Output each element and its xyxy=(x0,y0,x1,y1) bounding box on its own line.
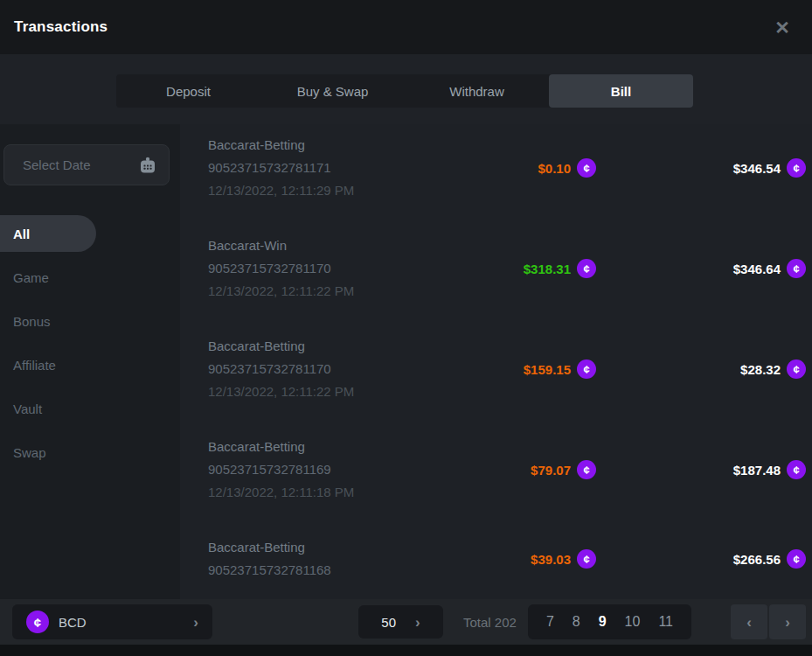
page-10[interactable]: 10 xyxy=(625,614,641,630)
page-11[interactable]: 11 xyxy=(658,614,673,630)
filter-game[interactable]: Game xyxy=(0,259,180,296)
filter-all[interactable]: All xyxy=(0,215,96,252)
filter-vault[interactable]: Vault xyxy=(0,390,180,427)
select-date-placeholder: Select Date xyxy=(23,157,91,172)
bcd-coin-icon: ¢ xyxy=(577,549,596,569)
table-row: Baccarat-Betting 90523715732781169 12/13… xyxy=(208,436,812,504)
filter-affiliate[interactable]: Affiliate xyxy=(0,346,180,383)
select-date-input[interactable]: Select Date xyxy=(3,144,170,185)
footer-bar: ¢ BCD › 50 › Total 202 7 8 9 10 11 ‹ › xyxy=(0,599,812,645)
tabs-section: Deposit Buy & Swap Withdraw Bill xyxy=(0,54,812,124)
tab-bar: Deposit Buy & Swap Withdraw Bill xyxy=(116,74,693,108)
chevron-right-icon: › xyxy=(785,615,790,630)
table-row: Baccarat-Betting 90523715732781168 $39.0… xyxy=(208,536,812,582)
tab-deposit[interactable]: Deposit xyxy=(116,74,260,108)
chevron-right-icon: › xyxy=(415,615,420,630)
table-row: Baccarat-Win 90523715732781170 12/13/202… xyxy=(208,234,812,303)
tx-name: Baccarat-Betting xyxy=(208,536,463,559)
next-page-button[interactable]: › xyxy=(769,604,806,639)
modal-bottom-edge xyxy=(0,645,812,656)
page-7[interactable]: 7 xyxy=(546,614,554,630)
page-8[interactable]: 8 xyxy=(573,614,580,630)
bcd-coin-icon: ¢ xyxy=(577,158,596,178)
bcd-coin-icon: ¢ xyxy=(577,259,596,278)
tx-balance: $346.64 xyxy=(733,262,781,276)
tx-amount: $0.10 xyxy=(538,161,571,176)
bcd-coin-icon: ¢ xyxy=(577,460,596,479)
filter-bonus[interactable]: Bonus xyxy=(0,303,180,339)
tx-date: 12/13/2022, 12:11:29 PM xyxy=(208,179,463,202)
bcd-coin-icon: ¢ xyxy=(787,549,806,569)
bcd-coin-icon: ¢ xyxy=(787,460,806,479)
tx-id: 90523715732781169 xyxy=(208,458,463,481)
currency-label: BCD xyxy=(59,615,87,630)
transaction-list: Baccarat-Betting 90523715732781171 12/13… xyxy=(180,124,812,599)
modal-header: Transactions ✕ xyxy=(0,0,812,54)
bcd-coin-icon: ¢ xyxy=(26,611,49,633)
page-size-value: 50 xyxy=(381,615,396,630)
tx-name: Baccarat-Betting xyxy=(208,134,463,157)
tx-balance: $266.56 xyxy=(733,552,781,567)
chevron-left-icon: ‹ xyxy=(746,615,752,630)
filter-list: All Game Bonus Affiliate Vault Swap xyxy=(0,215,180,471)
modal-body: Select Date All Game B xyxy=(0,124,812,599)
table-row: Baccarat-Betting 90523715732781170 12/13… xyxy=(208,335,812,403)
total-count: Total 202 xyxy=(463,615,517,630)
tx-balance: $346.54 xyxy=(733,161,781,176)
tx-id: 90523715732781170 xyxy=(208,257,463,280)
transactions-modal: Transactions ✕ Deposit Buy & Swap Withdr… xyxy=(0,0,812,656)
bcd-coin-icon: ¢ xyxy=(787,158,806,178)
tx-amount: $159.15 xyxy=(524,362,571,377)
tab-bill[interactable]: Bill xyxy=(549,74,693,108)
pagination-nav: ‹ › xyxy=(731,604,806,639)
prev-page-button[interactable]: ‹ xyxy=(731,604,767,639)
sidebar: Select Date All Game B xyxy=(0,124,180,599)
currency-selector[interactable]: ¢ BCD › xyxy=(12,604,212,639)
tx-amount: $318.31 xyxy=(524,262,571,276)
tx-id: 90523715732781168 xyxy=(208,559,463,582)
chevron-right-icon: › xyxy=(193,615,198,630)
tx-amount: $79.07 xyxy=(531,463,571,478)
calendar-icon xyxy=(139,157,156,174)
tx-name: Baccarat-Win xyxy=(208,234,463,257)
tx-date: 12/13/2022, 12:11:22 PM xyxy=(208,280,463,303)
page-size-selector[interactable]: 50 › xyxy=(358,605,443,639)
tx-name: Baccarat-Betting xyxy=(208,335,463,358)
tx-name: Baccarat-Betting xyxy=(208,436,463,458)
filter-swap[interactable]: Swap xyxy=(0,434,180,471)
pagination: 7 8 9 10 11 xyxy=(528,604,691,639)
bcd-coin-icon: ¢ xyxy=(787,259,806,278)
tx-balance: $187.48 xyxy=(733,463,781,478)
page-title: Transactions xyxy=(14,18,108,36)
page-9-current[interactable]: 9 xyxy=(599,614,607,630)
tx-date: 12/13/2022, 12:11:22 PM xyxy=(208,380,463,403)
tx-id: 90523715732781170 xyxy=(208,358,463,380)
tx-balance: $28.32 xyxy=(740,362,781,377)
bcd-coin-icon: ¢ xyxy=(577,359,596,379)
bcd-coin-icon: ¢ xyxy=(787,359,806,379)
tab-withdraw[interactable]: Withdraw xyxy=(405,74,549,108)
tx-amount: $39.03 xyxy=(531,552,571,567)
tab-buy-swap[interactable]: Buy & Swap xyxy=(260,74,405,108)
close-icon[interactable]: ✕ xyxy=(770,15,795,39)
table-row: Baccarat-Betting 90523715732781171 12/13… xyxy=(208,134,812,202)
tx-date: 12/13/2022, 12:11:18 PM xyxy=(208,481,463,504)
tx-id: 90523715732781171 xyxy=(208,157,463,179)
